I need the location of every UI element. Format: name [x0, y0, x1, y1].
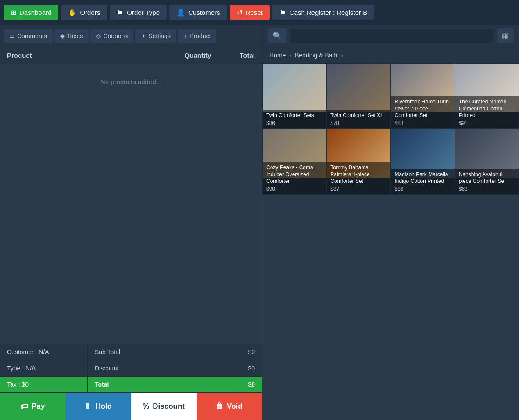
settings-button[interactable]: ✦ Settings [135, 29, 176, 43]
quantity-column-header: Quantity [176, 52, 220, 59]
main-area: ▭ Comments ◈ Taxes ◇ Coupons ✦ Settings … [0, 25, 519, 420]
breadcrumb-chevron-2: › [341, 52, 343, 59]
order-table-header: Product Quantity Total [0, 47, 262, 64]
product-price: $68 [459, 186, 515, 192]
discount-value: $0 [248, 365, 255, 372]
left-panel: ▭ Comments ◈ Taxes ◇ Coupons ✦ Settings … [0, 25, 262, 420]
product-name: Twin Comforter Set XL [330, 112, 387, 119]
subtotal-row: Sub Total $0 [88, 344, 262, 360]
right-panel: 🔍 ▦ Home › Bedding & Bath › Twin Comfort… [262, 25, 519, 420]
customer-label: Customer : N/A [0, 344, 88, 360]
search-input[interactable] [290, 29, 493, 43]
cash-register-button[interactable]: 🖥 Cash Register : Register B [272, 5, 375, 20]
cash-register-icon: 🖥 [279, 8, 286, 16]
hold-icon: ⏸ [84, 402, 92, 411]
pay-icon: 🏷 [21, 402, 28, 411]
product-name: Nanshing Avalon 8 piece Comforter Se [459, 171, 515, 185]
top-nav: ⊞ Dashboard ✋ Orders 🖥 Order Type 👤 Cust… [0, 0, 519, 25]
total-value: $0 [248, 381, 255, 388]
breadcrumb: Home › Bedding & Bath › [262, 47, 519, 63]
taxes-icon: ◈ [60, 32, 65, 39]
type-label: Type : N/A [0, 360, 88, 376]
orders-icon: ✋ [68, 8, 77, 17]
product-icon: + [184, 32, 187, 39]
breadcrumb-chevron-1: › [289, 52, 291, 59]
coupons-icon: ◇ [96, 32, 101, 39]
product-info: Nanshing Avalon 8 piece Comforter Se $68 [455, 169, 519, 194]
type-row: Type : N/A Discount $0 [0, 360, 262, 377]
discount-row: Discount $0 [88, 360, 262, 376]
discount-label: Discount [95, 365, 118, 372]
customers-icon: 👤 [176, 8, 185, 17]
product-info: Twin Comforter Sets $86 [263, 110, 326, 128]
search-button[interactable]: 🔍 [268, 28, 287, 43]
product-price: $86 [266, 120, 322, 126]
product-info: The Curated Nomad Clementina Cotton Prin… [455, 96, 519, 128]
product-card[interactable]: Madison Park Marcella Indigo Cotton Prin… [391, 129, 455, 195]
breadcrumb-home[interactable]: Home [269, 52, 286, 59]
breadcrumb-bedding-bath[interactable]: Bedding & Bath [295, 52, 337, 59]
product-name: Twin Comforter Sets [266, 112, 322, 119]
product-name: Cozy Peaks - Coma Inducer Oversized Comf… [266, 164, 322, 185]
void-icon: 🗑 [216, 402, 223, 411]
product-image [327, 64, 390, 112]
order-table-area: No products added... [0, 64, 262, 344]
product-info: Riverbrook Home Turin Velvet 7 Piece Com… [391, 96, 455, 128]
barcode-button[interactable]: ▦ [497, 28, 514, 43]
tax-label: Tax : $0 [0, 377, 88, 392]
action-buttons: 🏷 Pay ⏸ Hold % Discount 🗑 Void [0, 393, 262, 420]
dashboard-icon: ⊞ [11, 8, 16, 17]
product-card[interactable]: Cozy Peaks - Coma Inducer Oversized Comf… [262, 129, 326, 195]
reset-icon: ↺ [237, 8, 243, 17]
order-type-icon: 🖥 [117, 8, 124, 16]
product-price: $88 [395, 120, 451, 126]
product-name: Madison Park Marcella Indigo Cotton Prin… [395, 171, 451, 185]
void-button[interactable]: 🗑 Void [197, 393, 262, 420]
coupons-button[interactable]: ◇ Coupons [90, 29, 133, 43]
product-price: $87 [330, 186, 387, 192]
settings-icon: ✦ [141, 32, 146, 39]
product-info: Tommy Bahama Palmiers 4-piece Comforter … [327, 162, 390, 194]
hold-button[interactable]: ⏸ Hold [65, 393, 131, 420]
product-info: Cozy Peaks - Coma Inducer Oversized Comf… [263, 162, 326, 194]
total-row-right: Total $0 [88, 377, 262, 392]
orders-button[interactable]: ✋ Orders [61, 5, 107, 20]
discount-icon: % [143, 402, 149, 411]
dashboard-button[interactable]: ⊞ Dashboard [4, 5, 58, 20]
product-price: $91 [459, 120, 515, 126]
product-button[interactable]: + Product [178, 29, 216, 43]
product-name: The Curated Nomad Clementina Cotton Prin… [459, 99, 515, 119]
total-label: Total [95, 381, 109, 388]
reset-button[interactable]: ↺ Reset [230, 5, 270, 20]
product-card[interactable]: Nanshing Avalon 8 piece Comforter Se $68 [455, 129, 519, 195]
taxes-button[interactable]: ◈ Taxes [54, 29, 89, 43]
subtotal-label: Sub Total [95, 349, 120, 356]
search-bar: 🔍 ▦ [262, 25, 519, 47]
empty-products-message: No products added... [0, 64, 262, 99]
toolbar: ▭ Comments ◈ Taxes ◇ Coupons ✦ Settings … [0, 25, 262, 47]
summary-area: Customer : N/A Sub Total $0 Type : N/A D… [0, 344, 262, 393]
product-info: Madison Park Marcella Indigo Cotton Prin… [391, 169, 455, 194]
pay-button[interactable]: 🏷 Pay [0, 393, 65, 420]
comments-button[interactable]: ▭ Comments [4, 29, 53, 43]
product-price: $78 [330, 120, 387, 126]
discount-button[interactable]: % Discount [131, 393, 197, 420]
product-image [263, 64, 326, 112]
product-column-header: Product [7, 52, 176, 59]
product-price: $86 [395, 186, 451, 192]
customer-row: Customer : N/A Sub Total $0 [0, 344, 262, 360]
order-type-button[interactable]: 🖥 Order Type [110, 5, 167, 20]
product-card[interactable]: Riverbrook Home Turin Velvet 7 Piece Com… [391, 63, 455, 129]
customers-button[interactable]: 👤 Customers [169, 5, 227, 20]
total-column-header: Total [220, 52, 255, 59]
comments-icon: ▭ [9, 32, 15, 39]
product-info: Twin Comforter Set XL $78 [327, 110, 390, 128]
product-card[interactable]: Tommy Bahama Palmiers 4-piece Comforter … [326, 129, 390, 195]
product-card[interactable]: Twin Comforter Sets $86 [262, 63, 326, 129]
product-card[interactable]: Twin Comforter Set XL $78 [326, 63, 390, 129]
product-card[interactable]: The Curated Nomad Clementina Cotton Prin… [455, 63, 519, 129]
product-name: Tommy Bahama Palmiers 4-piece Comforter … [330, 164, 387, 185]
product-price: $90 [266, 186, 322, 192]
subtotal-value: $0 [248, 349, 255, 356]
tax-total-row: Tax : $0 Total $0 [0, 377, 262, 393]
